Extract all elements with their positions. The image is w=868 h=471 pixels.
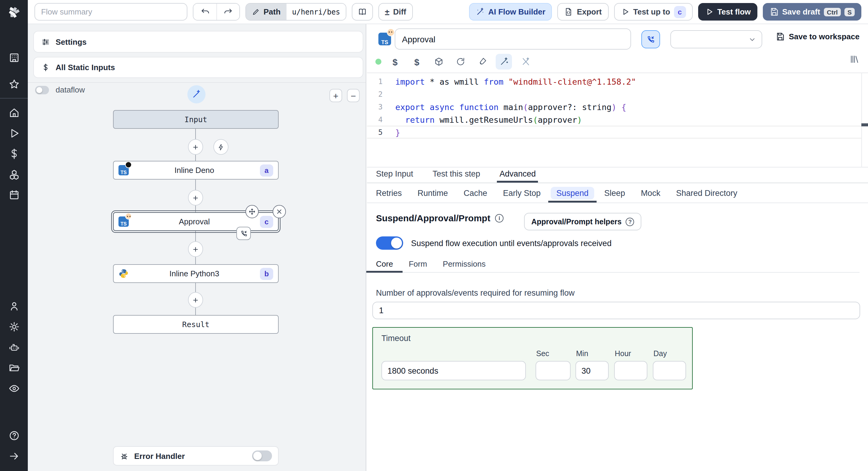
flow-settings-button[interactable]: Settings	[33, 31, 363, 53]
step-name-input[interactable]	[395, 28, 631, 50]
users-icon[interactable]	[3, 296, 25, 316]
add-step-button[interactable]	[188, 190, 203, 206]
flow-node-result[interactable]: Result	[113, 315, 279, 334]
tab-core[interactable]: Core	[376, 259, 393, 272]
tab-cache[interactable]: Cache	[464, 183, 487, 203]
path-edit-button[interactable]: Path	[246, 4, 286, 20]
approvals-count-input[interactable]	[372, 302, 860, 319]
path-label: Path	[264, 7, 280, 16]
tab-permissions[interactable]: Permissions	[443, 259, 486, 272]
tab-sleep[interactable]: Sleep	[604, 183, 625, 203]
timeout-day-input[interactable]	[653, 361, 686, 380]
top-toolbar: Path u/henri/bes ±Diff AI Flow Builder E…	[28, 0, 868, 24]
help-icon[interactable]	[3, 425, 25, 446]
dataflow-toggle[interactable]	[35, 86, 49, 94]
tab-runtime[interactable]: Runtime	[418, 183, 448, 203]
editor-scrollbar[interactable]	[861, 72, 868, 168]
error-handler-toggle[interactable]	[252, 450, 272, 461]
add-step-button[interactable]	[188, 292, 203, 308]
timeout-fieldset: Timeout Sec Min Hour Day	[372, 327, 693, 389]
docs-button[interactable]	[351, 3, 373, 21]
workspace-icon[interactable]	[3, 47, 25, 68]
code-line: 3 export async function main(approver?: …	[367, 100, 861, 113]
test-up-to-button[interactable]: Test up to c	[614, 3, 692, 21]
ai-graph-wand-button[interactable]	[187, 85, 206, 104]
variables-icon[interactable]	[3, 143, 25, 164]
path-control: Path u/henri/bes	[245, 3, 346, 21]
flow-summary-input[interactable]	[34, 3, 187, 21]
favorites-star-icon[interactable]	[3, 74, 25, 94]
tab-mock[interactable]: Mock	[641, 183, 660, 203]
flow-node-inline-deno[interactable]: TS Inline Deno a	[113, 161, 279, 180]
zoom-in-button[interactable]: +	[330, 89, 342, 102]
add-step-button[interactable]	[188, 241, 203, 257]
info-icon[interactable]: i	[495, 214, 503, 222]
windmill-logo-icon[interactable]	[0, 0, 28, 24]
add-variable-button[interactable]: $	[387, 54, 403, 69]
suspend-toggle[interactable]	[376, 236, 403, 250]
tab-form[interactable]: Form	[409, 259, 427, 272]
resources-icon[interactable]	[3, 164, 25, 184]
path-value[interactable]: u/henri/bes	[286, 4, 345, 20]
tab-step-input[interactable]: Step Input	[376, 168, 413, 183]
ai-wand-disabled-icon[interactable]	[518, 54, 534, 69]
library-panel-icon[interactable]	[846, 51, 862, 67]
unit-day-label: Day	[653, 350, 667, 358]
scrollbar-thumb[interactable]	[861, 123, 868, 126]
chevron-down-icon	[748, 35, 756, 43]
schedules-icon[interactable]	[3, 184, 25, 205]
zoom-out-button[interactable]: −	[347, 89, 360, 102]
flow-settings-label: Settings	[56, 37, 87, 46]
flow-node-input[interactable]: Input	[113, 110, 279, 129]
sidebar-divider	[0, 98, 28, 98]
suspend-phone-button[interactable]	[641, 30, 660, 48]
save-to-workspace-button[interactable]: Save to workspace	[776, 32, 860, 41]
save-to-workspace-label: Save to workspace	[789, 32, 860, 41]
all-static-inputs-button[interactable]: All Static Inputs	[33, 57, 363, 78]
runs-icon[interactable]	[3, 123, 25, 143]
test-flow-button[interactable]: Test flow	[698, 3, 757, 21]
export-label: Export	[577, 7, 602, 16]
trigger-bolt-button[interactable]	[213, 139, 228, 155]
expand-arrow-icon[interactable]	[3, 446, 25, 466]
tab-retries[interactable]: Retries	[376, 183, 402, 203]
tab-advanced[interactable]: Advanced	[500, 168, 536, 183]
ai-assistant-wand-button[interactable]	[496, 54, 512, 69]
workers-robot-icon[interactable]	[3, 337, 25, 357]
timeout-hour-input[interactable]	[614, 361, 647, 380]
node-id-badge: a	[260, 164, 273, 176]
add-step-button[interactable]	[188, 139, 203, 155]
error-handler-row[interactable]: Error Handler	[113, 446, 279, 466]
export-button[interactable]: Export	[558, 3, 609, 21]
timeout-min-input[interactable]	[576, 361, 609, 380]
audit-eye-icon[interactable]	[3, 378, 25, 399]
script-version-select[interactable]	[670, 30, 762, 48]
tab-suspend[interactable]: Suspend	[556, 183, 589, 203]
approval-prompt-helpers-button[interactable]: Approval/Prompt helpers ?	[524, 213, 642, 230]
package-icon[interactable]	[430, 54, 447, 69]
tab-shared-directory[interactable]: Shared Directory	[676, 183, 738, 203]
folders-icon[interactable]	[3, 357, 25, 378]
format-brush-icon[interactable]	[474, 54, 490, 69]
unit-hour-label: Hour	[615, 350, 631, 358]
code-editor[interactable]: 1 import * as wmill from "windmill-clien…	[367, 72, 868, 168]
settings-gear-icon[interactable]	[3, 316, 25, 337]
move-node-button[interactable]	[245, 205, 259, 218]
tab-test-this-step[interactable]: Test this step	[433, 168, 480, 183]
timeout-sec-input[interactable]	[535, 361, 570, 380]
redo-button[interactable]	[216, 4, 239, 20]
flow-node-inline-python[interactable]: Inline Python3 b	[113, 264, 279, 283]
suspend-phone-icon[interactable]	[236, 227, 251, 240]
tab-early-stop[interactable]: Early Stop	[503, 183, 541, 203]
add-resource-button[interactable]: $	[409, 54, 425, 69]
home-icon[interactable]	[3, 102, 25, 123]
diff-button[interactable]: ±Diff	[378, 3, 413, 21]
timeout-seconds-input[interactable]	[381, 361, 526, 380]
save-icon	[770, 7, 779, 16]
undo-button[interactable]	[193, 4, 216, 20]
save-draft-button[interactable]: Save draft Ctrl S	[763, 3, 861, 21]
delete-node-button[interactable]	[273, 205, 286, 218]
ai-flow-builder-button[interactable]: AI Flow Builder	[469, 3, 552, 21]
typescript-icon: TS	[119, 216, 129, 227]
reload-icon[interactable]	[452, 54, 468, 69]
